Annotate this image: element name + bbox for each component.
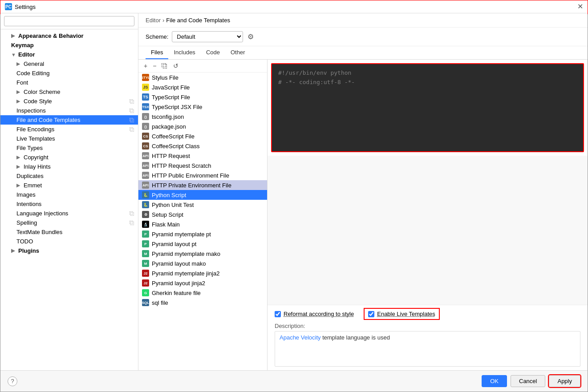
sidebar-item-textmate-bundles[interactable]: TextMate Bundles	[0, 227, 138, 237]
file-item-label: Pyramid mytemplate pt	[152, 231, 211, 238]
list-item[interactable]: P Pyramid mytemplate pt	[138, 229, 267, 239]
sidebar-item-editor[interactable]: ▼ Editor	[0, 50, 138, 59]
file-item-label: Python Unit Test	[152, 202, 194, 208]
dialog-footer: ? OK Cancel Apply	[0, 370, 588, 392]
list-item[interactable]: CS CoffeeScript File	[138, 131, 267, 141]
sidebar-item-inspections[interactable]: Inspections ⿻	[0, 106, 138, 115]
list-item[interactable]: API HTTP Request	[138, 151, 267, 161]
footer-left: ?	[8, 376, 17, 386]
description-text: template language is used	[321, 334, 390, 341]
tab-includes[interactable]: Includes	[168, 46, 200, 59]
sidebar-item-code-style[interactable]: ▶ Code Style ⿻	[0, 97, 138, 106]
tab-other[interactable]: Other	[225, 46, 251, 59]
sidebar-item-appearance[interactable]: ▶ Appearance & Behavior	[0, 31, 138, 40]
sidebar-item-language-injections[interactable]: Language Injections ⿻	[0, 209, 138, 218]
list-item[interactable]: G Gherkin feature file	[138, 288, 267, 298]
list-item[interactable]: P Pyramid layout pt	[138, 239, 267, 249]
sidebar-item-duplicates[interactable]: Duplicates	[0, 171, 138, 181]
code-line-2: # -*- coding:utf-8 -*-	[278, 78, 577, 87]
tabs-bar: Files Includes Code Other	[138, 46, 588, 60]
list-item[interactable]: API HTTP Request Scratch	[138, 161, 267, 170]
sidebar-item-spelling[interactable]: Spelling ⿻	[0, 218, 138, 227]
file-icon-package: {}	[142, 123, 149, 130]
list-item[interactable]: M Pyramid mytemplate mako	[138, 249, 267, 259]
sidebar-item-font[interactable]: Font	[0, 78, 138, 87]
list-item[interactable]: TS TypeScript File	[138, 92, 267, 102]
sidebar-item-code-editing[interactable]: Code Editing	[0, 69, 138, 78]
breadcrumb-separator: ›	[162, 17, 164, 24]
sidebar: ▶ Appearance & Behavior Keymap ▼ Editor …	[0, 13, 138, 370]
content-area: + − ⿻ ↺ STYL Stylus File JS JavaScript F…	[138, 60, 588, 370]
live-templates-checkbox[interactable]	[368, 311, 374, 317]
list-item[interactable]: JS JavaScript File	[138, 82, 267, 92]
live-templates-checkbox-row[interactable]: Enable Live Templates	[365, 309, 439, 319]
list-item[interactable]: CS CoffeeScript Class	[138, 141, 267, 151]
sidebar-item-file-types[interactable]: File Types	[0, 143, 138, 153]
expand-icon-code-style: ▶	[16, 98, 22, 104]
search-input[interactable]	[4, 16, 134, 26]
sidebar-item-plugins[interactable]: ▶ Plugins	[0, 246, 138, 255]
main-content: ▶ Appearance & Behavior Keymap ▼ Editor …	[0, 13, 588, 370]
file-icon-http: API	[142, 152, 149, 159]
list-item[interactable]: 🔬 Flask Main	[138, 219, 267, 229]
reformat-label: Reformat according to style	[284, 311, 354, 317]
list-item[interactable]: ⚙ Setup Script	[138, 210, 267, 219]
list-item[interactable]: J2 Pyramid layout jinja2	[138, 278, 267, 288]
scheme-gear-button[interactable]: ⚙	[247, 32, 255, 42]
list-item[interactable]: J2 Pyramid mytemplate jinja2	[138, 268, 267, 278]
file-item-label: HTTP Public Environment File	[152, 172, 229, 179]
copy-template-button[interactable]: ⿻	[160, 61, 170, 70]
sidebar-tree: ▶ Appearance & Behavior Keymap ▼ Editor …	[0, 29, 138, 370]
scheme-select[interactable]: Default Project	[172, 31, 243, 42]
file-icon-http-scratch: API	[142, 162, 149, 169]
list-item[interactable]: 🐍 Python Unit Test	[138, 200, 267, 210]
list-item[interactable]: API HTTP Private Environment File	[138, 180, 267, 190]
help-button[interactable]: ?	[8, 376, 17, 386]
remove-template-button[interactable]: −	[151, 61, 158, 70]
sidebar-item-inlay-hints[interactable]: ▶ Inlay Hints	[0, 162, 138, 171]
reset-template-button[interactable]: ↺	[171, 61, 180, 70]
file-icon-tsx: TSX	[142, 103, 149, 110]
sidebar-item-images[interactable]: Images	[0, 190, 138, 199]
sidebar-item-emmet[interactable]: ▶ Emmet	[0, 181, 138, 190]
file-item-label: Pyramid mytemplate mako	[152, 251, 220, 257]
sidebar-item-color-scheme[interactable]: ▶ Color Scheme	[0, 87, 138, 97]
sidebar-item-file-encodings[interactable]: File Encodings ⿻	[0, 125, 138, 134]
list-item[interactable]: SQL sql file	[138, 298, 267, 307]
reformat-checkbox-row[interactable]: Reformat according to style	[275, 311, 354, 317]
close-button[interactable]: ✕	[577, 3, 583, 10]
sidebar-item-general[interactable]: ▶ General	[0, 59, 138, 69]
live-templates-label: Enable Live Templates	[377, 311, 435, 317]
list-item[interactable]: M Pyramid layout mako	[138, 259, 267, 268]
file-icon-mako2: M	[142, 260, 149, 267]
apply-button[interactable]: Apply	[549, 375, 580, 387]
list-item[interactable]: {} tsconfig.json	[138, 112, 267, 121]
sidebar-item-live-templates[interactable]: Live Templates	[0, 134, 138, 143]
file-item-label: HTTP Request	[152, 153, 190, 159]
add-template-button[interactable]: +	[142, 61, 149, 70]
tab-code[interactable]: Code	[201, 46, 225, 59]
ok-button[interactable]: OK	[482, 375, 507, 387]
list-item-python-script[interactable]: 🐍 Python Script	[138, 190, 267, 200]
tab-files[interactable]: Files	[146, 46, 168, 59]
reformat-checkbox[interactable]	[275, 311, 281, 317]
sidebar-item-file-and-code-templates[interactable]: File and Code Templates ⿻	[0, 115, 138, 125]
sidebar-item-todo[interactable]: TODO	[0, 237, 138, 246]
list-item[interactable]: STYL Stylus File	[138, 73, 267, 82]
sidebar-item-keymap[interactable]: Keymap	[0, 40, 138, 50]
copy-icon-inspections: ⿻	[130, 108, 134, 113]
sidebar-item-copyright[interactable]: ▶ Copyright	[0, 153, 138, 162]
file-icon-ts: TS	[142, 93, 149, 101]
file-icon-mako1: M	[142, 250, 149, 257]
file-icon-http-private: API	[142, 182, 149, 189]
list-item[interactable]: API HTTP Public Environment File	[138, 170, 267, 180]
scheme-label: Scheme:	[146, 33, 168, 40]
list-item[interactable]: TSX TypeScript JSX File	[138, 102, 267, 112]
file-list-toolbar: + − ⿻ ↺	[138, 60, 267, 73]
file-icon-setup: ⚙	[142, 211, 149, 218]
cancel-button[interactable]: Cancel	[511, 375, 545, 387]
apache-velocity-link[interactable]: Apache Velocity	[280, 334, 321, 341]
code-editor[interactable]: #!/usr/bin/env python # -*- coding:utf-8…	[271, 63, 584, 152]
sidebar-item-intentions[interactable]: Intentions	[0, 199, 138, 209]
list-item[interactable]: {} package.json	[138, 121, 267, 131]
